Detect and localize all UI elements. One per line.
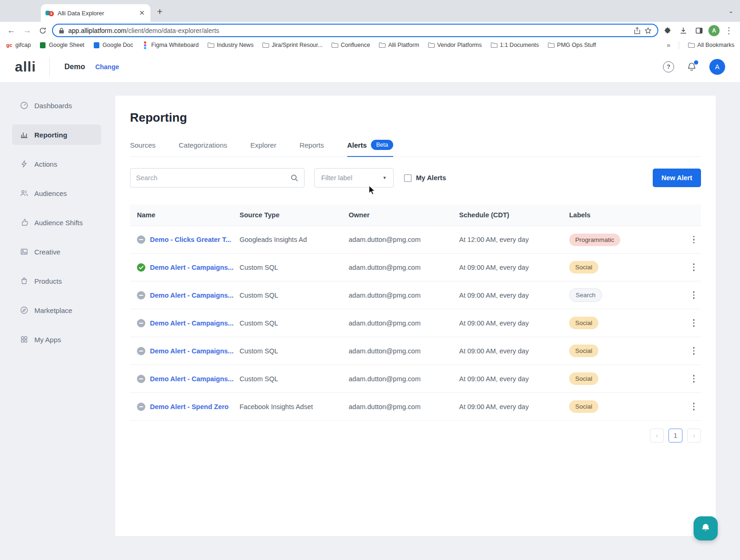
search-input[interactable] <box>136 174 291 182</box>
notifications-bell-icon[interactable] <box>686 61 697 72</box>
tab-close-icon[interactable]: ✕ <box>138 9 146 17</box>
table-header-row: Name Source Type Owner Schedule (CDT) La… <box>130 204 701 226</box>
new-tab-button[interactable]: + <box>157 7 162 16</box>
sidebar-item[interactable]: Products <box>12 271 101 291</box>
bookmarks-overflow-icon[interactable]: » <box>667 41 670 49</box>
help-icon[interactable]: ? <box>663 61 674 72</box>
new-alert-button[interactable]: New Alert <box>653 169 701 187</box>
my-alerts-checkbox[interactable] <box>404 174 412 182</box>
bell-icon <box>700 522 712 534</box>
browser-tab[interactable]: 5 Alli Data Explorer ✕ <box>41 4 150 22</box>
sidebar: Dashboards Reporting Actions Audiences A… <box>0 83 115 560</box>
row-menu-icon[interactable] <box>691 401 697 412</box>
row-menu-icon[interactable] <box>691 373 697 384</box>
row-menu-icon[interactable] <box>691 289 697 301</box>
label-pill: Search <box>569 288 602 302</box>
sidebar-item[interactable]: Dashboards <box>12 95 101 116</box>
extensions-icon[interactable] <box>661 24 674 37</box>
downloads-icon[interactable] <box>677 24 690 37</box>
column-header-owner: Owner <box>349 211 459 219</box>
alert-name-link[interactable]: Demo Alert - Campaigns... <box>150 319 234 327</box>
sidebar-item[interactable]: Creative <box>12 241 101 262</box>
bookmark-item[interactable]: Confluence <box>331 41 370 49</box>
bookmark-item[interactable]: Figma Whiteboard <box>142 41 199 49</box>
schedule-cell: At 12:00 AM, every day <box>459 236 569 243</box>
tab[interactable]: Alerts Beta <box>347 140 393 157</box>
alert-name-link[interactable]: Demo Alert - Campaigns... <box>150 347 234 355</box>
refresh-icon[interactable] <box>36 24 49 37</box>
row-menu-icon[interactable] <box>691 234 697 246</box>
bookmark-item[interactable]: Jira/Sprint Resour... <box>262 41 323 49</box>
tab-search-chevron-icon[interactable]: ⌄ <box>728 7 734 14</box>
table-row: Demo Alert - Campaigns... Custom SQL ada… <box>130 281 701 309</box>
tab[interactable]: Reports <box>299 140 324 157</box>
filter-label-dropdown[interactable]: Filter label ▼ <box>314 168 394 188</box>
alli-logo[interactable]: alli <box>15 59 36 75</box>
sidebar-item[interactable]: Reporting <box>12 124 101 145</box>
url-bar[interactable]: app.alliplatform.com/client/demo/data-ex… <box>52 24 658 37</box>
bookmark-item[interactable]: Google Doc <box>93 41 133 49</box>
bookmark-item[interactable]: Alli Platform <box>378 41 419 49</box>
divider <box>49 58 50 76</box>
page-title: Reporting <box>130 111 701 125</box>
next-page-button[interactable]: › <box>687 429 701 443</box>
bookmark-item[interactable]: Vendor Platforms <box>428 41 482 49</box>
tab[interactable]: Categorizations <box>179 140 227 157</box>
sidebar-item-label: Dashboards <box>34 102 72 110</box>
bookmark-item[interactable]: Google Sheet <box>39 41 84 49</box>
tab[interactable]: Sources <box>130 140 156 157</box>
sidebar-item-label: Actions <box>34 160 57 168</box>
bookmark-item[interactable]: Industry News <box>207 41 253 49</box>
share-icon[interactable] <box>634 27 641 34</box>
sidebar-item-label: Products <box>34 277 62 285</box>
my-alerts-toggle[interactable]: My Alerts <box>404 174 446 182</box>
bookmark-label: gifcap <box>15 42 31 48</box>
alert-name-link[interactable]: Demo Alert - Campaigns... <box>150 264 234 271</box>
sidebar-item[interactable]: My Apps <box>12 329 101 350</box>
sidebar-item[interactable]: Actions <box>12 154 101 174</box>
bookmark-item[interactable]: 1:1 Documents <box>490 41 539 49</box>
client-name: Demo <box>65 63 85 71</box>
row-menu-icon[interactable] <box>691 261 697 273</box>
browser-menu-icon[interactable]: ⋮ <box>722 24 735 37</box>
owner-cell: adam.dutton@pmg.com <box>349 292 459 299</box>
back-icon[interactable]: ← <box>5 24 18 37</box>
app-header: alli Demo Change ? A <box>0 51 740 83</box>
label-pill: Programmatic <box>569 234 620 246</box>
alert-name-link[interactable]: Demo Alert - Spend Zero <box>150 403 228 410</box>
tab-label: Explorer <box>250 141 276 149</box>
bookmark-star-icon[interactable] <box>644 27 652 34</box>
forward-icon[interactable]: → <box>20 24 33 37</box>
search-box[interactable] <box>130 168 305 188</box>
column-header-labels: Labels <box>569 211 660 219</box>
user-avatar[interactable]: A <box>709 59 725 75</box>
side-panel-icon[interactable] <box>693 24 706 37</box>
change-client-link[interactable]: Change <box>95 63 119 71</box>
bookmark-label: 1:1 Documents <box>500 42 539 48</box>
bookmark-item[interactable]: PMG Ops Stuff <box>547 41 596 49</box>
sidebar-item[interactable]: Audiences <box>12 183 101 203</box>
folder-icon <box>207 41 214 49</box>
sidebar-item[interactable]: Audience Shifts <box>12 212 101 233</box>
alert-name-link[interactable]: Demo Alert - Campaigns... <box>150 292 234 299</box>
browser-profile-avatar[interactable]: A <box>708 25 720 36</box>
alert-name-link[interactable]: Demo - Clicks Greater T... <box>150 236 231 243</box>
prev-page-button[interactable]: ‹ <box>650 429 664 443</box>
all-bookmarks[interactable]: All Bookmarks <box>688 41 734 49</box>
table-row: Demo Alert - Campaigns... Custom SQL ada… <box>130 337 701 365</box>
products-icon <box>20 277 28 285</box>
paused-icon <box>137 235 145 244</box>
check-icon <box>137 263 145 272</box>
owner-cell: adam.dutton@pmg.com <box>349 319 459 327</box>
reporting-card: Reporting Sources Categorizations Explor… <box>115 96 716 536</box>
bookmark-item[interactable]: gc gifcap <box>6 41 31 49</box>
sidebar-item[interactable]: Marketplace <box>12 300 101 320</box>
chat-widget-button[interactable] <box>694 516 718 540</box>
alert-name-link[interactable]: Demo Alert - Campaigns... <box>150 375 234 383</box>
reporting-icon <box>20 130 28 139</box>
row-menu-icon[interactable] <box>691 345 697 357</box>
row-menu-icon[interactable] <box>691 317 697 329</box>
current-page-button[interactable]: 1 <box>669 429 682 443</box>
source-type-cell: Facebook Insights Adset <box>240 403 349 410</box>
tab[interactable]: Explorer <box>250 140 276 157</box>
